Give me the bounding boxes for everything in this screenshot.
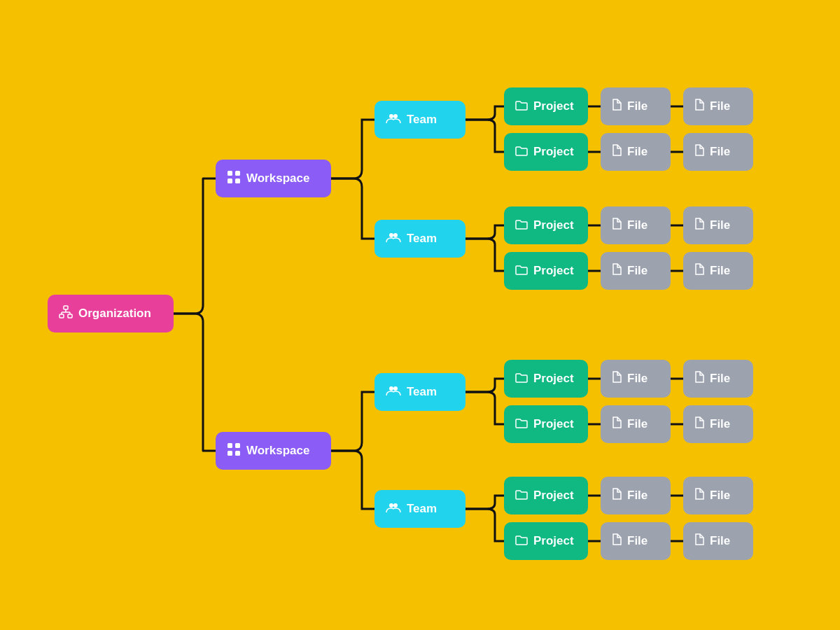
file-1-1-a-icon <box>612 99 622 114</box>
file2-2-1-b-icon <box>694 416 704 432</box>
file-2-2-b-node[interactable]: File <box>601 522 671 560</box>
workspace-2-icon <box>227 442 241 460</box>
file2-2-2-b-icon <box>694 533 704 549</box>
project-2-1-node[interactable]: Project <box>504 206 588 244</box>
svg-point-38 <box>393 503 398 507</box>
workspace-2-node[interactable]: Workspace <box>216 432 331 470</box>
team-3-node[interactable]: Team <box>374 373 465 411</box>
svg-rect-27 <box>227 443 232 448</box>
file2-1-2-a-node[interactable]: File <box>683 206 753 244</box>
workspace-2-label: Workspace <box>246 444 309 458</box>
file-1-2-b-icon <box>612 263 622 279</box>
team-3-label: Team <box>407 385 437 399</box>
file-1-1-b-label: File <box>627 145 648 159</box>
svg-point-34 <box>393 233 398 237</box>
svg-rect-16 <box>64 306 68 309</box>
project-3-2-label: Project <box>533 417 574 431</box>
file-1-1-a-node[interactable]: File <box>601 88 671 125</box>
svg-rect-26 <box>235 178 240 183</box>
project-4-2-icon <box>515 534 528 549</box>
file2-1-1-b-label: File <box>710 145 730 159</box>
team-3-icon <box>386 385 401 400</box>
file2-2-2-a-icon <box>694 488 704 503</box>
team-4-node[interactable]: Team <box>374 490 465 528</box>
file-2-1-a-node[interactable]: File <box>601 360 671 398</box>
project-2-2-node[interactable]: Project <box>504 252 588 290</box>
file-1-2-b-node[interactable]: File <box>601 252 671 290</box>
project-3-1-label: Project <box>533 372 574 386</box>
team-4-label: Team <box>407 502 437 516</box>
project-1-2-icon <box>515 145 528 160</box>
svg-point-31 <box>389 114 393 118</box>
file-1-2-a-node[interactable]: File <box>601 206 671 244</box>
svg-point-32 <box>393 114 398 118</box>
project-3-2-node[interactable]: Project <box>504 405 588 443</box>
team-1-node[interactable]: Team <box>374 101 465 139</box>
file-1-2-a-label: File <box>627 218 648 232</box>
file-1-1-a-label: File <box>627 99 648 113</box>
project-4-1-node[interactable]: Project <box>504 477 588 514</box>
file2-2-1-a-node[interactable]: File <box>683 360 753 398</box>
team-2-label: Team <box>407 232 437 246</box>
svg-rect-28 <box>235 443 240 448</box>
project-4-2-node[interactable]: Project <box>504 522 588 560</box>
project-1-1-node[interactable]: Project <box>504 88 588 125</box>
file-1-1-b-node[interactable]: File <box>601 133 671 171</box>
workspace-1-node[interactable]: Workspace <box>216 160 331 197</box>
file-2-2-b-label: File <box>627 534 648 548</box>
file2-1-2-a-icon <box>694 218 704 233</box>
file2-1-1-a-icon <box>694 99 704 114</box>
team-1-icon <box>386 113 401 127</box>
org-node[interactable]: Organization <box>48 295 174 332</box>
svg-rect-24 <box>235 171 240 176</box>
project-1-2-node[interactable]: Project <box>504 133 588 171</box>
project-1-1-icon <box>515 99 528 114</box>
file-2-1-b-label: File <box>627 417 648 431</box>
org-label: Organization <box>78 307 151 321</box>
file2-1-1-b-icon <box>694 144 704 160</box>
file2-2-1-b-node[interactable]: File <box>683 405 753 443</box>
file2-1-2-b-node[interactable]: File <box>683 252 753 290</box>
file-2-2-a-node[interactable]: File <box>601 477 671 514</box>
project-3-1-node[interactable]: Project <box>504 360 588 398</box>
file-2-2-a-label: File <box>627 489 648 503</box>
file-1-2-b-label: File <box>627 264 648 278</box>
project-3-2-icon <box>515 417 528 432</box>
org-icon <box>59 305 73 323</box>
file2-1-1-a-node[interactable]: File <box>683 88 753 125</box>
file-2-2-b-icon <box>612 533 622 549</box>
file2-2-2-b-label: File <box>710 534 730 548</box>
project-2-1-label: Project <box>533 218 574 232</box>
project-4-2-label: Project <box>533 534 574 548</box>
svg-rect-23 <box>227 171 232 176</box>
project-2-2-icon <box>515 264 528 279</box>
project-2-2-label: Project <box>533 264 574 278</box>
svg-point-35 <box>389 386 393 391</box>
file-2-1-a-label: File <box>627 372 648 386</box>
file2-1-1-b-node[interactable]: File <box>683 133 753 171</box>
svg-rect-17 <box>59 314 64 318</box>
team-2-node[interactable]: Team <box>374 220 465 258</box>
file2-2-2-a-node[interactable]: File <box>683 477 753 514</box>
file2-2-1-a-label: File <box>710 372 730 386</box>
workspace-1-label: Workspace <box>246 172 309 186</box>
file2-2-1-b-label: File <box>710 417 730 431</box>
file-2-1-b-icon <box>612 416 622 432</box>
svg-point-36 <box>393 386 398 391</box>
file2-2-2-b-node[interactable]: File <box>683 522 753 560</box>
project-4-1-label: Project <box>533 489 574 503</box>
file-1-1-b-icon <box>612 144 622 160</box>
file2-2-2-a-label: File <box>710 489 730 503</box>
file2-1-2-b-icon <box>694 263 704 279</box>
file2-1-2-a-label: File <box>710 218 730 232</box>
team-1-label: Team <box>407 113 437 127</box>
project-3-1-icon <box>515 372 528 386</box>
file-2-1-a-icon <box>612 371 622 386</box>
project-2-1-icon <box>515 218 528 233</box>
workspace-1-icon <box>227 170 241 188</box>
svg-point-37 <box>389 503 393 507</box>
project-1-2-label: Project <box>533 145 574 159</box>
team-4-icon <box>386 502 401 517</box>
file-2-1-b-node[interactable]: File <box>601 405 671 443</box>
svg-rect-25 <box>227 178 232 183</box>
